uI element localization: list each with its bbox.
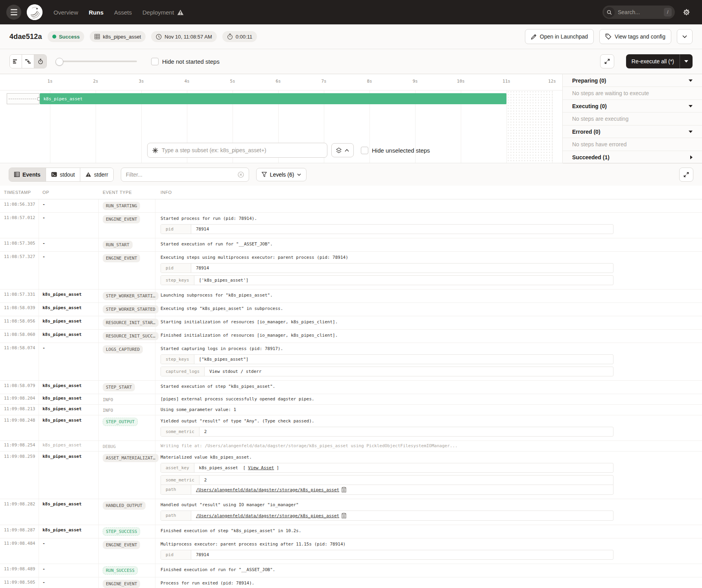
panel-section-executing[interactable]: Executing (0): [563, 100, 702, 112]
table-row[interactable]: 11:09:08.505-ENGINE_EVENTProcess for run…: [0, 577, 702, 588]
table-row[interactable]: 11:09:08.489-RUN_SUCCESSFinished executi…: [0, 564, 702, 577]
metadata-path-link[interactable]: /Users/alangenfeld/data/dagster/storage/…: [196, 487, 339, 492]
event-metadata-table: pid78914: [161, 550, 613, 560]
timed-view-button[interactable]: [34, 55, 46, 68]
funnel-icon: [262, 172, 267, 177]
metadata-value: /Users/alangenfeld/data/dagster/storage/…: [191, 511, 351, 520]
table-row[interactable]: 11:09:08.259k8s_pipes_assetASSET_MATERIA…: [0, 452, 702, 499]
tab-events[interactable]: Events: [9, 168, 46, 181]
event-op: k8s_pipes_asset: [39, 316, 99, 329]
view-logs-link[interactable]: View stdout / stderr: [209, 369, 261, 374]
log-fullscreen-button[interactable]: [679, 168, 693, 182]
event-timestamp: 11:09:08.248: [0, 415, 39, 441]
table-row[interactable]: 11:08:57.012-ENGINE_EVENTStarted process…: [0, 213, 702, 238]
settings-gear-icon[interactable]: [680, 8, 693, 17]
nav-deployment[interactable]: Deployment: [142, 9, 184, 16]
job-name-tag[interactable]: k8s_pipes_asset: [90, 31, 146, 42]
event-type-badge: STEP_WORKER_STARTI…: [103, 292, 159, 300]
flat-view-button[interactable]: [10, 55, 22, 68]
panel-section-label: Succeeded (1): [572, 154, 610, 160]
step-status-panel: Preparing (0)No steps are waiting to exe…: [562, 74, 702, 163]
reexecute-all-button[interactable]: Re-execute all (*): [626, 54, 693, 68]
copy-icon[interactable]: [342, 513, 346, 518]
event-timestamp: 11:09:08.505: [0, 577, 39, 588]
nav-overview[interactable]: Overview: [54, 9, 78, 16]
event-info-cell: Materialized value k8s_pipes_asset.asset…: [155, 452, 702, 499]
graph-query-toggle-button[interactable]: [331, 143, 354, 157]
event-op: -: [39, 252, 99, 289]
menu-button[interactable]: [6, 5, 21, 20]
event-timestamp: 11:08:58.056: [0, 316, 39, 329]
search-input[interactable]: Search... /: [602, 6, 675, 19]
gantt-zoom-slider[interactable]: [56, 61, 137, 62]
hide-unselected-checkbox[interactable]: [361, 147, 368, 154]
table-row[interactable]: 11:08:57.327-ENGINE_EVENTExecuting steps…: [0, 252, 702, 289]
table-row[interactable]: 11:09:08.484-ENGINE_EVENTMultiprocess ex…: [0, 538, 702, 564]
table-row[interactable]: 11:09:08.213k8s_pipes_assetINFOUsing som…: [0, 405, 702, 415]
panel-section-preparing[interactable]: Preparing (0): [563, 74, 702, 87]
event-op: -: [39, 577, 99, 588]
start-time-tag[interactable]: Nov 10, 11:08:57 AM: [151, 31, 216, 42]
event-type-cell: STEP_OUTPUT: [99, 415, 155, 441]
top-navbar: Overview Runs Assets Deployment Search..…: [0, 0, 702, 24]
gantt-step-bar[interactable]: k8s_pipes_asset: [40, 93, 506, 104]
gantt-tick-label: 8s: [367, 79, 372, 84]
table-row[interactable]: 11:09:08.282k8s_pipes_assetHANDLED_OUTPU…: [0, 499, 702, 525]
gantt-fullscreen-button[interactable]: [600, 54, 614, 68]
copy-icon[interactable]: [342, 487, 346, 492]
slider-thumb[interactable]: [55, 58, 63, 66]
hide-unselected-label[interactable]: Hide unselected steps: [372, 147, 430, 154]
event-info-text: Launching subprocess for "k8s_pipes_asse…: [161, 292, 702, 299]
filter-placeholder: Filter...: [126, 171, 235, 178]
view-asset-link[interactable]: View Asset: [248, 465, 274, 470]
panel-section-succeeded[interactable]: Succeeded (1): [563, 151, 702, 164]
table-row[interactable]: 11:08:57.331k8s_pipes_assetSTEP_WORKER_S…: [0, 289, 702, 303]
panel-section-errored[interactable]: Errored (0): [563, 125, 702, 138]
table-row[interactable]: 11:08:58.079k8s_pipes_assetSTEP_STARTSta…: [0, 381, 702, 394]
tab-stdout[interactable]: stdout: [46, 168, 80, 181]
panel-section-label: Errored (0): [572, 129, 600, 135]
gantt-tick-label: 6s: [275, 79, 281, 84]
waterfall-view-button[interactable]: [22, 55, 34, 68]
step-subset-input[interactable]: Type a step subset (ex: k8s_pipes_asset+…: [147, 143, 327, 158]
table-row[interactable]: 11:08:58.056k8s_pipes_assetRESOURCE_INIT…: [0, 316, 702, 330]
expand-icon: [684, 172, 689, 177]
table-row[interactable]: 11:09:08.204k8s_pipes_assetINFO[pipes] e…: [0, 394, 702, 405]
table-row[interactable]: 11:09:08.287k8s_pipes_assetSTEP_SUCCESSF…: [0, 525, 702, 538]
metadata-path-link[interactable]: /Users/alangenfeld/data/dagster/storage/…: [196, 513, 339, 518]
event-op: k8s_pipes_asset: [39, 303, 99, 316]
event-op: -: [39, 538, 99, 564]
tab-stderr[interactable]: stderr: [80, 168, 113, 181]
view-tags-config-button[interactable]: View tags and config: [599, 29, 671, 44]
gantt-tick-label: 9s: [412, 79, 418, 84]
table-row[interactable]: 11:08:58.074-LOGS_CAPTUREDStarted captur…: [0, 343, 702, 381]
open-in-launchpad-button[interactable]: Open in Launchpad: [525, 29, 594, 44]
event-info-cell: Started execution of run for "__ASSET_JO…: [155, 238, 702, 251]
duration-tag[interactable]: 0:00:11: [222, 31, 257, 42]
table-row[interactable]: 11:08:57.305-RUN_STARTStarted execution …: [0, 238, 702, 252]
table-row[interactable]: 11:08:56.337-RUN_STARTING: [0, 199, 702, 213]
dagster-logo-icon[interactable]: [27, 4, 42, 20]
event-info-cell: Executing step "k8s_pipes_asset" in subp…: [155, 303, 702, 316]
hide-not-started-checkbox[interactable]: [151, 58, 159, 65]
expand-icon: [604, 59, 610, 64]
event-info-cell: Finished execution of run for "__ASSET_J…: [155, 564, 702, 577]
table-row[interactable]: 11:09:08.254k8s_pipes_assetDEBUGWriting …: [0, 441, 702, 452]
nav-runs[interactable]: Runs: [89, 9, 104, 16]
status-badge[interactable]: Success: [48, 31, 85, 42]
table-row[interactable]: 11:08:58.060k8s_pipes_assetRESOURCE_INIT…: [0, 330, 702, 343]
clear-filter-icon[interactable]: [238, 171, 244, 178]
run-id: 4dae512a: [9, 33, 42, 41]
panel-empty-message: No steps are executing: [563, 112, 702, 125]
table-row[interactable]: 11:08:58.039k8s_pipes_assetSTEP_WORKER_S…: [0, 303, 702, 316]
hide-not-started-label[interactable]: Hide not started steps: [162, 58, 220, 65]
run-actions-menu-button[interactable]: [677, 29, 693, 44]
tag-icon: [605, 33, 611, 40]
reexecute-menu-caret[interactable]: [680, 54, 693, 68]
log-filter-input[interactable]: Filter...: [121, 168, 249, 182]
nav-assets[interactable]: Assets: [114, 9, 132, 16]
event-info-text: Materialized value k8s_pipes_asset.: [161, 454, 702, 461]
levels-dropdown[interactable]: Levels (6): [256, 168, 307, 181]
event-type-badge: ASSET_MATERIALIZAT…: [103, 454, 159, 462]
table-row[interactable]: 11:09:08.248k8s_pipes_assetSTEP_OUTPUTYi…: [0, 415, 702, 441]
